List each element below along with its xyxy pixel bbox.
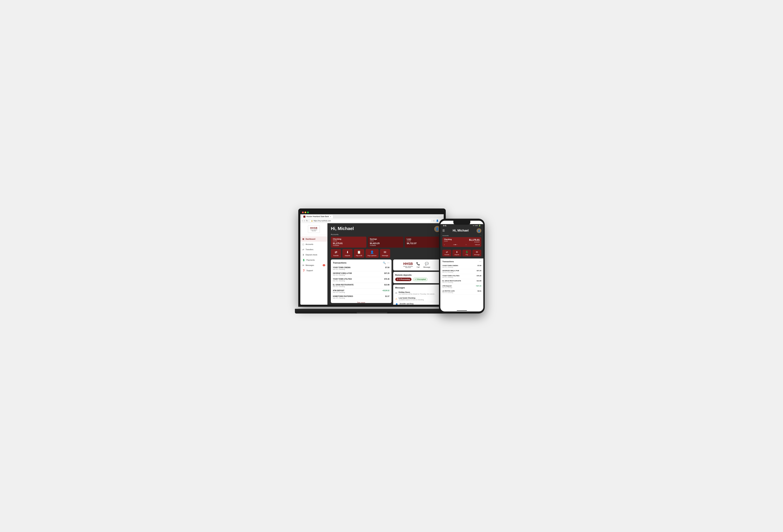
list-item: ✉ Holiday Hours Our branches will be clo… [395, 290, 438, 296]
next-arrow[interactable]: › [466, 244, 466, 245]
main-header: Hi, Michael 👤 [327, 223, 444, 233]
table-row: EL GRAN RESTAURANTENov 25, Checking $13.… [333, 283, 389, 289]
accounts-cards: Checking x1234 $1,175.01 Available Savin… [331, 237, 440, 247]
clock-icon: ⏱ [397, 278, 399, 280]
table-row: GEORGE'S BBQ & PUBNov 25, Checking $37.2… [333, 271, 389, 277]
sidebar-item-accounts[interactable]: ◻ Accounts [300, 242, 327, 247]
loan-num: x2345 [407, 240, 438, 242]
accepted-badge[interactable]: ✓ 9 Accepted [413, 277, 428, 281]
phone-greeting: Hi, Michael [453, 229, 469, 232]
call-button[interactable]: 📞 Call [416, 262, 420, 268]
remote-deposits-panel: Remote deposits ⏱ 0 Processing ✓ [393, 272, 440, 283]
table-row: YOUR TOWN UTILITIESNov 25, Checking $76.… [442, 274, 481, 279]
table-row: HOMETOWN PASTERIESNov 25, Checking $1.57 [333, 294, 389, 300]
phone-card-dots: ‹ › View all [444, 244, 480, 245]
phone-transfer-button[interactable]: ⇄ Transfer [442, 250, 451, 257]
table-row: YOUR TOWN CINEMANov 25, Checking $7.50 [333, 266, 389, 271]
see-more-button[interactable]: See more [333, 301, 389, 303]
pay-person-label: Pay a person [368, 255, 377, 257]
forward-button[interactable]: › [304, 220, 305, 222]
account-card-savings[interactable]: Savings x4321 $2,423.25 Available [368, 237, 403, 247]
tab-title: Hoosier Heartland State Bank [306, 215, 329, 218]
phone-avatar: 👤 [477, 228, 481, 233]
sidebar-item-transfers[interactable]: ⇄ Transfers [300, 247, 327, 252]
savings-avail: Available [370, 244, 401, 246]
accounts-icon: ◻ [302, 243, 304, 245]
call-icon: 📞 [416, 262, 420, 266]
phone-transactions-header: Transactions ⋯ [442, 260, 481, 263]
main-content: Hi, Michael 👤 Accounts ⋯ Checking [327, 223, 444, 305]
transactions-header: Transactions 🔍 ⋯ [333, 262, 389, 264]
phone-home-indicator [457, 310, 467, 311]
signal-icon: ▪▪▪ [473, 225, 474, 227]
list-item: ⚠ Low funds Checking Available balance i… [395, 296, 438, 302]
deposit-icon: ⬇ [302, 254, 304, 256]
pay-bill-button[interactable]: 📋 Pay a bill [354, 249, 364, 258]
profile-button[interactable]: 👤 [436, 220, 439, 222]
phone-acc-avail: Available [469, 241, 480, 243]
maximize-dot[interactable] [307, 211, 309, 213]
phone-account-card[interactable]: Checking x1234 $1,175.01 Available ‹ [442, 237, 481, 247]
account-card-checking[interactable]: Checking x1234 $1,175.01 Available [331, 237, 367, 247]
phone-message-icon: ✉ [476, 251, 478, 254]
table-row: YOUR TOWN UTILITIESNov 25, Checking $76.… [333, 277, 389, 283]
sidebar-label-transfers: Transfers [306, 248, 313, 251]
banner-message-button[interactable]: 💬 Message [424, 262, 430, 268]
phone-notch [453, 221, 470, 225]
sidebar-item-messages[interactable]: ✉ Messages 4 [300, 263, 327, 268]
table-row: LE PETITE CAFENov 24, Checking $2.61 [442, 289, 481, 294]
pay-person-button[interactable]: 👤 Pay a person [366, 249, 379, 258]
pay-bill-icon: 📋 [357, 250, 361, 254]
phone-pay-button[interactable]: 💲 Pay [462, 250, 471, 257]
phone-accounts-more[interactable]: ⋯ [480, 235, 481, 236]
transactions-more-icon[interactable]: ⋯ [387, 262, 389, 264]
sidebar-label-deposit: Deposit check [306, 254, 317, 256]
sidebar-item-dashboard[interactable]: ⊞ Dashboard [300, 236, 327, 242]
lock-icon: 🔒 [311, 220, 313, 222]
browser-tab-active[interactable]: Hoosier Heartland State Bank ✕ [302, 215, 333, 218]
reload-button[interactable]: ↻ [306, 220, 308, 222]
logo-abbr: HHSB [310, 227, 318, 229]
tab-close-button[interactable]: ✕ [330, 215, 331, 218]
payments-icon: 💲 [302, 259, 305, 261]
processing-badge[interactable]: ⏱ 0 Processing [395, 277, 411, 281]
bottom-panels: Transactions 🔍 ⋯ YOUR TOWN CINEMANov 25,… [327, 260, 444, 305]
deposit-action-icon: ⬇ [346, 250, 349, 254]
deposit-button[interactable]: ⬇ Deposit [342, 249, 352, 258]
phone-acc-name: Checking [444, 238, 452, 240]
accounts-section: Accounts ⋯ Checking x1234 $1,175.01 Avai… [327, 233, 444, 249]
loan-balance: $6,712.37 [407, 242, 438, 244]
close-dot[interactable] [302, 211, 304, 213]
phone-accounts-label: Accounts ⋯ [442, 235, 481, 236]
url-box[interactable]: 🔒 https://my.myhhsb.com [309, 219, 432, 222]
phone-transactions-more[interactable]: ⋯ [479, 260, 481, 263]
sidebar-item-support[interactable]: ❓ Support [300, 268, 327, 273]
message-button[interactable]: ✉ Message [380, 249, 390, 258]
view-all-link[interactable]: View all [475, 244, 480, 245]
phone-screen: 9:41 ▪▪▪ WiFi 🔋 ☰ Hi, Michael 👤 A [440, 221, 483, 311]
sidebar-item-payments[interactable]: 💲 Payments [300, 258, 327, 263]
banner-message-label: Message [424, 266, 430, 268]
url-text: https://my.myhhsb.com [314, 220, 331, 222]
hhsb-banner: HHSB Hoosier HeartlandState Bank 📞 [393, 260, 440, 270]
phone-time: 9:41 [443, 225, 446, 227]
sidebar-label-messages: Messages [306, 264, 314, 266]
transfer-button[interactable]: ⇄ Transfer [331, 249, 341, 258]
phone-message-button[interactable]: ✉ Message [472, 250, 481, 257]
battery-icon: 🔋 [479, 225, 481, 227]
deposit-label: Deposit [345, 255, 350, 257]
phone-deposit-button[interactable]: ⬇ Deposit [452, 250, 461, 257]
prev-arrow[interactable]: ‹ [444, 244, 444, 245]
messages-icon: ✉ [302, 264, 304, 267]
phone-accounts: Accounts ⋯ Checking x1234 $1,175.01 Avai… [440, 235, 483, 248]
bookmark-button[interactable]: ☆ [433, 220, 435, 222]
tab-favicon [303, 215, 305, 218]
minimize-dot[interactable] [305, 211, 306, 213]
browser-content: HHSB Hoosier HeartlandState Bank ⊞ Dashb… [300, 223, 444, 305]
back-button[interactable]: ‹ [302, 220, 303, 222]
hamburger-icon[interactable]: ☰ [442, 229, 445, 232]
account-card-loan[interactable]: Loan x2345 $6,712.37 [405, 237, 440, 247]
search-icon[interactable]: 🔍 [383, 262, 386, 264]
transactions-actions: 🔍 ⋯ [383, 262, 389, 264]
sidebar-item-deposit[interactable]: ⬇ Deposit check [300, 252, 327, 258]
